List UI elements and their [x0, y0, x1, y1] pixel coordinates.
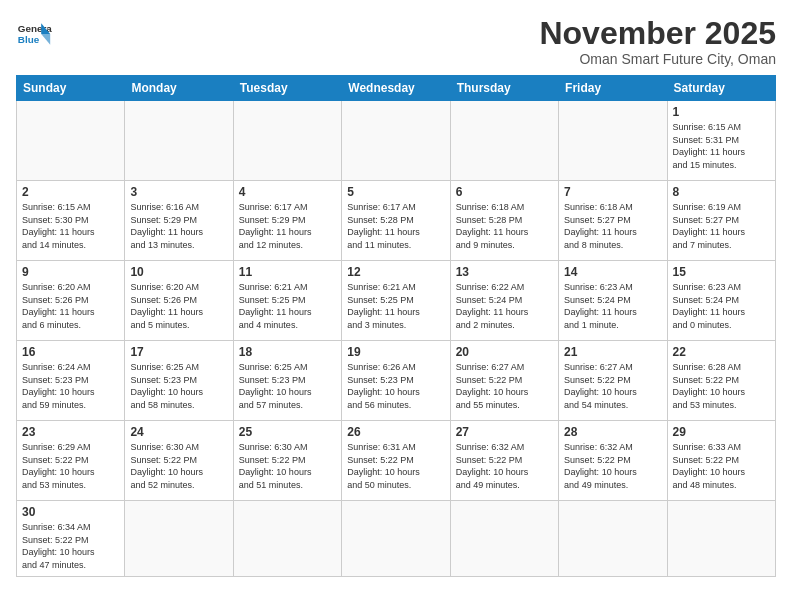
day-number: 25	[239, 425, 336, 439]
calendar-row: 30Sunrise: 6:34 AM Sunset: 5:22 PM Dayli…	[17, 501, 776, 576]
day-info: Sunrise: 6:29 AM Sunset: 5:22 PM Dayligh…	[22, 441, 119, 491]
calendar-row: 9Sunrise: 6:20 AM Sunset: 5:26 PM Daylig…	[17, 261, 776, 341]
day-info: Sunrise: 6:17 AM Sunset: 5:28 PM Dayligh…	[347, 201, 444, 251]
day-info: Sunrise: 6:22 AM Sunset: 5:24 PM Dayligh…	[456, 281, 553, 331]
table-row: 4Sunrise: 6:17 AM Sunset: 5:29 PM Daylig…	[233, 181, 341, 261]
day-info: Sunrise: 6:34 AM Sunset: 5:22 PM Dayligh…	[22, 521, 119, 571]
table-row: 3Sunrise: 6:16 AM Sunset: 5:29 PM Daylig…	[125, 181, 233, 261]
table-row	[450, 101, 558, 181]
day-number: 1	[673, 105, 770, 119]
table-row: 9Sunrise: 6:20 AM Sunset: 5:26 PM Daylig…	[17, 261, 125, 341]
calendar-row: 1Sunrise: 6:15 AM Sunset: 5:31 PM Daylig…	[17, 101, 776, 181]
day-number: 15	[673, 265, 770, 279]
day-number: 29	[673, 425, 770, 439]
header-saturday: Saturday	[667, 76, 775, 101]
header-tuesday: Tuesday	[233, 76, 341, 101]
table-row: 27Sunrise: 6:32 AM Sunset: 5:22 PM Dayli…	[450, 421, 558, 501]
day-number: 22	[673, 345, 770, 359]
header-thursday: Thursday	[450, 76, 558, 101]
day-number: 6	[456, 185, 553, 199]
day-number: 16	[22, 345, 119, 359]
table-row	[667, 501, 775, 576]
day-number: 27	[456, 425, 553, 439]
day-info: Sunrise: 6:27 AM Sunset: 5:22 PM Dayligh…	[564, 361, 661, 411]
day-info: Sunrise: 6:20 AM Sunset: 5:26 PM Dayligh…	[130, 281, 227, 331]
table-row: 25Sunrise: 6:30 AM Sunset: 5:22 PM Dayli…	[233, 421, 341, 501]
day-info: Sunrise: 6:18 AM Sunset: 5:27 PM Dayligh…	[564, 201, 661, 251]
table-row	[17, 101, 125, 181]
table-row: 15Sunrise: 6:23 AM Sunset: 5:24 PM Dayli…	[667, 261, 775, 341]
table-row	[125, 501, 233, 576]
day-info: Sunrise: 6:15 AM Sunset: 5:30 PM Dayligh…	[22, 201, 119, 251]
table-row	[559, 501, 667, 576]
day-info: Sunrise: 6:33 AM Sunset: 5:22 PM Dayligh…	[673, 441, 770, 491]
table-row	[233, 101, 341, 181]
day-number: 19	[347, 345, 444, 359]
calendar-subtitle: Oman Smart Future City, Oman	[539, 51, 776, 67]
table-row: 19Sunrise: 6:26 AM Sunset: 5:23 PM Dayli…	[342, 341, 450, 421]
day-number: 5	[347, 185, 444, 199]
table-row: 2Sunrise: 6:15 AM Sunset: 5:30 PM Daylig…	[17, 181, 125, 261]
day-number: 4	[239, 185, 336, 199]
table-row: 28Sunrise: 6:32 AM Sunset: 5:22 PM Dayli…	[559, 421, 667, 501]
calendar-body: 1Sunrise: 6:15 AM Sunset: 5:31 PM Daylig…	[17, 101, 776, 576]
day-number: 30	[22, 505, 119, 519]
day-info: Sunrise: 6:30 AM Sunset: 5:22 PM Dayligh…	[130, 441, 227, 491]
table-row: 10Sunrise: 6:20 AM Sunset: 5:26 PM Dayli…	[125, 261, 233, 341]
table-row: 8Sunrise: 6:19 AM Sunset: 5:27 PM Daylig…	[667, 181, 775, 261]
day-number: 3	[130, 185, 227, 199]
day-info: Sunrise: 6:32 AM Sunset: 5:22 PM Dayligh…	[456, 441, 553, 491]
table-row: 11Sunrise: 6:21 AM Sunset: 5:25 PM Dayli…	[233, 261, 341, 341]
day-number: 2	[22, 185, 119, 199]
calendar-row: 23Sunrise: 6:29 AM Sunset: 5:22 PM Dayli…	[17, 421, 776, 501]
page-header: General Blue November 2025 Oman Smart Fu…	[16, 16, 776, 67]
table-row: 12Sunrise: 6:21 AM Sunset: 5:25 PM Dayli…	[342, 261, 450, 341]
table-row: 17Sunrise: 6:25 AM Sunset: 5:23 PM Dayli…	[125, 341, 233, 421]
table-row	[450, 501, 558, 576]
table-row: 22Sunrise: 6:28 AM Sunset: 5:22 PM Dayli…	[667, 341, 775, 421]
day-number: 13	[456, 265, 553, 279]
header-sunday: Sunday	[17, 76, 125, 101]
calendar-row: 16Sunrise: 6:24 AM Sunset: 5:23 PM Dayli…	[17, 341, 776, 421]
day-info: Sunrise: 6:27 AM Sunset: 5:22 PM Dayligh…	[456, 361, 553, 411]
table-row: 13Sunrise: 6:22 AM Sunset: 5:24 PM Dayli…	[450, 261, 558, 341]
day-info: Sunrise: 6:18 AM Sunset: 5:28 PM Dayligh…	[456, 201, 553, 251]
logo: General Blue	[16, 16, 52, 52]
day-info: Sunrise: 6:16 AM Sunset: 5:29 PM Dayligh…	[130, 201, 227, 251]
header-wednesday: Wednesday	[342, 76, 450, 101]
table-row	[559, 101, 667, 181]
day-info: Sunrise: 6:25 AM Sunset: 5:23 PM Dayligh…	[239, 361, 336, 411]
table-row	[125, 101, 233, 181]
day-info: Sunrise: 6:23 AM Sunset: 5:24 PM Dayligh…	[673, 281, 770, 331]
table-row: 23Sunrise: 6:29 AM Sunset: 5:22 PM Dayli…	[17, 421, 125, 501]
day-info: Sunrise: 6:31 AM Sunset: 5:22 PM Dayligh…	[347, 441, 444, 491]
table-row: 30Sunrise: 6:34 AM Sunset: 5:22 PM Dayli…	[17, 501, 125, 576]
calendar-table: Sunday Monday Tuesday Wednesday Thursday…	[16, 75, 776, 576]
table-row: 5Sunrise: 6:17 AM Sunset: 5:28 PM Daylig…	[342, 181, 450, 261]
day-info: Sunrise: 6:24 AM Sunset: 5:23 PM Dayligh…	[22, 361, 119, 411]
day-info: Sunrise: 6:20 AM Sunset: 5:26 PM Dayligh…	[22, 281, 119, 331]
table-row: 24Sunrise: 6:30 AM Sunset: 5:22 PM Dayli…	[125, 421, 233, 501]
svg-text:Blue: Blue	[18, 34, 40, 45]
table-row: 21Sunrise: 6:27 AM Sunset: 5:22 PM Dayli…	[559, 341, 667, 421]
day-info: Sunrise: 6:15 AM Sunset: 5:31 PM Dayligh…	[673, 121, 770, 171]
header-monday: Monday	[125, 76, 233, 101]
day-number: 9	[22, 265, 119, 279]
logo-icon: General Blue	[16, 16, 52, 52]
day-number: 12	[347, 265, 444, 279]
day-info: Sunrise: 6:17 AM Sunset: 5:29 PM Dayligh…	[239, 201, 336, 251]
day-number: 8	[673, 185, 770, 199]
calendar-title: November 2025	[539, 16, 776, 51]
title-area: November 2025 Oman Smart Future City, Om…	[539, 16, 776, 67]
day-info: Sunrise: 6:26 AM Sunset: 5:23 PM Dayligh…	[347, 361, 444, 411]
svg-marker-3	[41, 34, 50, 45]
table-row	[342, 501, 450, 576]
day-info: Sunrise: 6:23 AM Sunset: 5:24 PM Dayligh…	[564, 281, 661, 331]
day-number: 21	[564, 345, 661, 359]
table-row: 20Sunrise: 6:27 AM Sunset: 5:22 PM Dayli…	[450, 341, 558, 421]
table-row: 7Sunrise: 6:18 AM Sunset: 5:27 PM Daylig…	[559, 181, 667, 261]
day-info: Sunrise: 6:19 AM Sunset: 5:27 PM Dayligh…	[673, 201, 770, 251]
day-number: 18	[239, 345, 336, 359]
day-number: 28	[564, 425, 661, 439]
day-number: 10	[130, 265, 227, 279]
